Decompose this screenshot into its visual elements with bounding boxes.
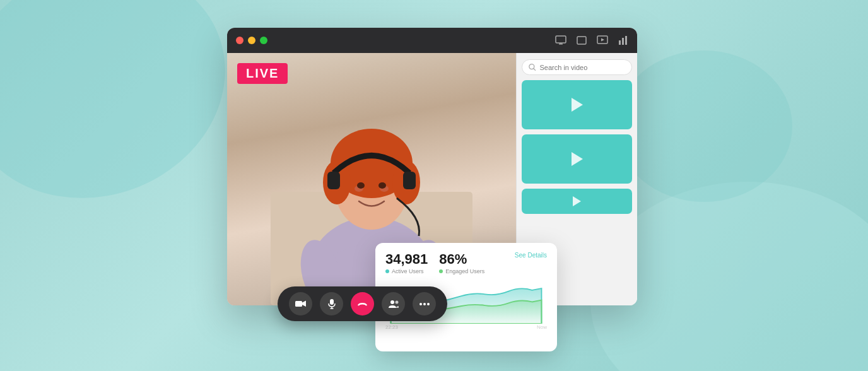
play-icon-2: [572, 152, 583, 166]
people-icon: [388, 300, 399, 308]
video-thumbnail-1[interactable]: [522, 80, 632, 129]
fullscreen-icon[interactable]: [577, 36, 587, 45]
close-dot[interactable]: [236, 37, 243, 44]
active-users-value: 34,981: [385, 252, 428, 267]
microphone-button[interactable]: [320, 292, 343, 315]
active-users-label: Active Users: [385, 268, 428, 274]
svg-point-21: [357, 182, 365, 189]
play-icon-1: [572, 98, 583, 112]
chart-time-labels: 22:23 Now: [385, 324, 547, 330]
svg-rect-10: [622, 38, 624, 45]
svg-point-22: [378, 182, 386, 189]
more-button[interactable]: [413, 292, 436, 315]
svg-rect-31: [330, 299, 334, 305]
video-thumbnail-3[interactable]: [522, 189, 632, 214]
svg-point-38: [427, 303, 430, 305]
svg-point-0: [0, 0, 227, 215]
svg-rect-9: [619, 40, 621, 45]
svg-rect-5: [561, 43, 561, 44]
play-icon-3: [573, 196, 581, 206]
title-bar: [227, 28, 637, 53]
video-thumbnail-2[interactable]: [522, 134, 632, 184]
svg-rect-6: [577, 37, 586, 44]
bg-wave-left: [0, 0, 227, 215]
bg-wave-top-right: [616, 38, 792, 215]
active-dot: [385, 269, 389, 273]
chart-start-label: 22:23: [385, 324, 398, 330]
play-screen-icon[interactable]: [597, 35, 608, 45]
svg-rect-11: [625, 36, 627, 45]
camera-button[interactable]: [289, 292, 312, 315]
phone-end-icon: [357, 301, 368, 307]
svg-rect-23: [327, 172, 340, 189]
svg-point-2: [616, 50, 792, 202]
search-input[interactable]: [540, 64, 625, 71]
window-controls: [236, 37, 267, 44]
minimize-dot[interactable]: [248, 37, 255, 44]
svg-point-36: [419, 303, 422, 305]
svg-rect-29: [295, 301, 302, 307]
people-button[interactable]: [382, 292, 405, 315]
see-details-link[interactable]: See Details: [515, 252, 547, 259]
svg-point-37: [423, 303, 426, 305]
svg-marker-30: [302, 301, 306, 307]
more-icon: [419, 303, 430, 305]
chart-end-label: Now: [537, 324, 547, 330]
controls-bar: [278, 286, 447, 321]
maximize-dot[interactable]: [260, 37, 267, 44]
title-bar-icons: [555, 35, 628, 45]
microphone-icon: [327, 299, 336, 309]
monitor-icon[interactable]: [555, 35, 566, 45]
svg-marker-8: [601, 38, 604, 42]
engaged-dot: [439, 269, 443, 273]
svg-line-28: [534, 69, 536, 71]
svg-rect-3: [556, 36, 566, 43]
svg-point-35: [395, 301, 398, 304]
end-call-button[interactable]: [351, 292, 374, 315]
analytics-stats: 34,981 Active Users 86% Engaged Users: [385, 252, 484, 274]
analytics-header: 34,981 Active Users 86% Engaged Users Se…: [385, 252, 547, 274]
engaged-users-label: Engaged Users: [439, 268, 484, 274]
stat-active-users: 34,981 Active Users: [385, 252, 428, 274]
camera-icon: [295, 300, 306, 308]
engaged-users-value: 86%: [439, 252, 484, 267]
chart-icon[interactable]: [618, 35, 628, 45]
search-bar[interactable]: [522, 59, 632, 75]
svg-point-34: [390, 300, 394, 304]
search-icon: [529, 63, 536, 71]
stat-engaged-users: 86% Engaged Users: [439, 252, 484, 274]
svg-rect-24: [403, 172, 416, 189]
live-badge: LIVE: [237, 63, 288, 84]
